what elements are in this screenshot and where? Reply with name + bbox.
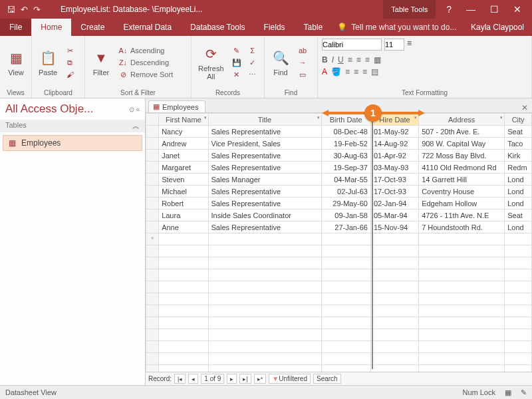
bold-button[interactable]: B [322,55,328,65]
row-selector-header[interactable] [146,114,159,126]
last-record-button[interactable]: ▸| [239,374,251,384]
table-row[interactable]: AnneSales Representative27-Jan-6615-Nov-… [146,221,532,233]
table-row[interactable]: RobertSales Representative29-May-6002-Ja… [146,198,532,209]
cut-button[interactable]: ✂ [64,45,76,56]
table-row[interactable]: NancySales Representative08-Dec-4801-May… [146,126,532,138]
fill-color-button[interactable]: 🪣 [331,67,341,76]
font-name-input[interactable] [322,39,382,51]
underline-button[interactable]: U [338,55,344,65]
table-row[interactable]: AndrewVice President, Sales19-Feb-5214-A… [146,138,532,150]
align-right-button[interactable]: ≡ [365,55,370,65]
maximize-icon[interactable]: ☐ [490,4,499,15]
navigation-pane: All Access Obje... ⊙ « Tables︽ ▦ Employe… [0,98,146,385]
table-row[interactable]: StevenSales Manager04-Mar-5517-Oct-9314 … [146,174,532,186]
refresh-all-button[interactable]: ⟳Refresh All [196,43,227,82]
find-icon: 🔍 [271,49,290,67]
view-button[interactable]: ▦View [4,47,28,78]
remove-sort-button[interactable]: ⊘Remove Sort [117,69,174,80]
col-title[interactable]: Title▾ [208,114,321,126]
table-icon: ▦ [9,138,16,148]
status-view: Datasheet View [5,388,57,396]
nav-section-tables[interactable]: Tables [5,121,27,131]
close-tab-icon[interactable]: ✕ [521,103,528,112]
cut-icon: ✂ [65,46,74,55]
align-center-button[interactable]: ≡ [356,55,361,65]
align-right-icon[interactable]: ≡ [362,67,367,76]
record-position[interactable]: 1 of 9 [201,374,224,384]
undo-icon[interactable]: ↶ [21,5,28,15]
help-icon[interactable]: ? [446,4,452,15]
tab-database-tools[interactable]: Database Tools [181,19,255,36]
nav-title[interactable]: All Access Obje... [5,102,93,116]
account-name[interactable]: Kayla Claypool [463,19,532,36]
tab-table[interactable]: Table [295,19,332,36]
font-color-button[interactable]: A [322,67,327,76]
font-size-input[interactable] [384,39,404,51]
delete-record-button[interactable]: ✕ [231,69,243,80]
select-button[interactable]: ▭ [297,69,309,80]
minimize-icon[interactable]: — [466,4,475,15]
nav-item-employees[interactable]: ▦ Employees [3,135,142,151]
copy-button[interactable]: ⧉ [64,57,76,68]
employees-table[interactable]: First Name▾ Title▾ Birth Date▾ Hire Date… [146,113,532,372]
col-birth-date[interactable]: Birth Date▾ [321,114,370,126]
format-painter-button[interactable]: 🖌 [64,69,76,80]
align-center-icon[interactable]: ≡ [354,67,358,76]
redo-icon[interactable]: ↷ [33,5,41,15]
new-record-button[interactable]: ✎ [231,45,243,56]
more-button[interactable]: ⋯ [247,69,259,80]
status-numlock: Num Lock [462,388,495,396]
sort-asc-button[interactable]: A↓Ascending [117,45,174,56]
bullets-icon[interactable]: ≡ [407,39,412,51]
tab-home[interactable]: Home [31,19,71,36]
column-resize-handle[interactable] [372,116,373,369]
table-row[interactable]: JanetSales Representative30-Aug-6301-Apr… [146,150,532,162]
gridlines-button[interactable]: ▦ [374,55,381,65]
bulb-icon: 💡 [337,23,347,32]
paste-icon: 📋 [39,49,57,67]
save-icon[interactable]: 🖫 [7,5,15,15]
alt-row-button[interactable]: ▤ [371,67,378,76]
tab-create[interactable]: Create [71,19,114,36]
filter-indicator[interactable]: ▼ Unfiltered [269,374,311,384]
title-bar: 🖫 ↶ ↷ EmployeeList: Database- \EmployeeL… [0,0,532,19]
replace-button[interactable]: ab [297,45,309,56]
goto-button[interactable]: → [297,57,309,68]
ribbon: ▦View Views 📋Paste ✂ ⧉ 🖌 Clipboard ▼Filt… [0,36,532,98]
record-navigator: Record: |◂ ◂ 1 of 9 ▸ ▸| ▸* ▼ Unfiltered… [146,372,532,385]
col-address[interactable]: Address▾ [419,114,505,126]
sort-desc-button[interactable]: Z↓Descending [117,57,174,68]
find-button[interactable]: 🔍Find [269,47,293,78]
tell-me[interactable]: 💡Tell me what you want to do... [332,19,463,36]
spelling-button[interactable]: ✓ [247,57,259,68]
table-row[interactable]: MichaelSales Representative02-Jul-6317-O… [146,186,532,198]
first-record-button[interactable]: |◂ [174,374,186,384]
paste-button[interactable]: 📋Paste [36,47,60,78]
save-record-button[interactable]: 💾 [231,57,243,68]
filter-button[interactable]: ▼Filter [89,47,113,78]
next-record-button[interactable]: ▸ [227,374,237,384]
align-left-icon[interactable]: ≡ [345,67,350,76]
align-left-button[interactable]: ≡ [348,55,352,65]
design-view-icon[interactable]: ✎ [521,388,527,397]
tab-fields[interactable]: Fields [255,19,295,36]
col-city[interactable]: City [505,114,532,126]
totals-button[interactable]: Σ [247,45,259,56]
datasheet-icon: ▦ [7,49,25,67]
table-row[interactable]: MargaretSales Representative19-Sep-3703-… [146,162,532,174]
tab-file[interactable]: File [0,19,31,36]
table-row[interactable]: LauraInside Sales Coordinator09-Jan-5805… [146,209,532,221]
tab-external-data[interactable]: External Data [114,19,181,36]
object-tab-employees[interactable]: ▦ Employees [148,100,205,112]
table-icon: ▦ [153,102,160,111]
window-title: EmployeeList: Database- \EmployeeLi... [41,5,383,14]
col-first-name[interactable]: First Name▾ [159,114,208,126]
italic-button[interactable]: I [332,55,334,65]
datasheet-view-icon[interactable]: ▦ [505,388,511,397]
close-icon[interactable]: ✕ [513,4,521,15]
search-box[interactable]: Search [313,374,341,384]
col-hire-date[interactable]: Hire Date▾ [370,114,418,126]
refresh-icon: ⟳ [201,45,220,63]
prev-record-button[interactable]: ◂ [188,374,198,384]
new-record-nav-button[interactable]: ▸* [254,374,267,384]
